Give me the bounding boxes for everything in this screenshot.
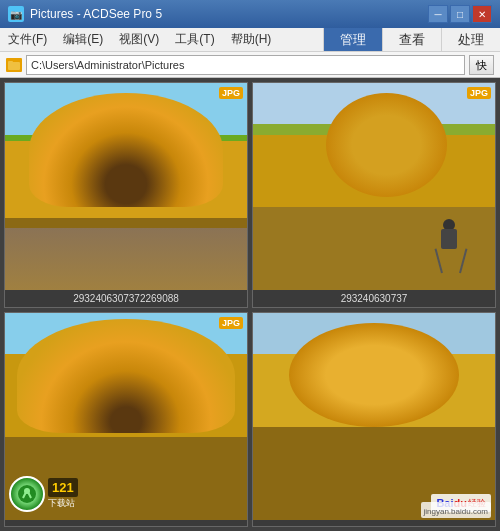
tab-process[interactable]: 处理	[441, 28, 500, 51]
window-title: Pictures - ACDSee Pro 5	[30, 7, 428, 21]
baidu-url: jingyan.baidu.com	[424, 507, 488, 516]
thumb-label-3	[5, 520, 247, 526]
app-icon: 📷	[8, 6, 24, 22]
menu-bar: 文件(F) 编辑(E) 视图(V) 工具(T) 帮助(H) 管理 查看 处理	[0, 28, 500, 52]
w121-label: 下载站	[48, 497, 75, 510]
watermark-121: 121 下载站	[9, 476, 78, 512]
jpg-badge-3: JPG	[219, 317, 243, 329]
thumb-image-4: Baidu 经验 jingyan.baidu.com	[253, 313, 495, 520]
svg-point-3	[24, 488, 30, 494]
menu-view[interactable]: 视图(V)	[111, 28, 167, 51]
thumb-label-1: 2932406307372269088	[5, 290, 247, 307]
autumn-image-4	[253, 313, 495, 520]
address-input[interactable]	[26, 55, 465, 75]
nav-tabs: 管理 查看 处理	[323, 28, 500, 51]
menu-tools[interactable]: 工具(T)	[167, 28, 222, 51]
title-bar: 📷 Pictures - ACDSee Pro 5 ─ □ ✕	[0, 0, 500, 28]
maximize-button[interactable]: □	[450, 5, 470, 23]
thumbnail-3[interactable]: JPG 121 下载站	[4, 312, 248, 527]
thumb-image-3: JPG 121 下载站	[5, 313, 247, 520]
thumb-label-2: 293240630737	[253, 290, 495, 307]
menu-edit[interactable]: 编辑(E)	[55, 28, 111, 51]
thumb-image-1: JPG	[5, 83, 247, 290]
tab-view[interactable]: 查看	[382, 28, 441, 51]
autumn-image-1	[5, 83, 247, 290]
address-go-button[interactable]: 快	[469, 55, 494, 75]
jpg-badge-2: JPG	[467, 87, 491, 99]
window-controls: ─ □ ✕	[428, 5, 492, 23]
thumb-image-2: JPG	[253, 83, 495, 290]
w121-logo-icon	[9, 476, 45, 512]
thumbnail-4[interactable]: Baidu 经验 jingyan.baidu.com	[252, 312, 496, 527]
minimize-button[interactable]: ─	[428, 5, 448, 23]
close-button[interactable]: ✕	[472, 5, 492, 23]
photographer-figure	[439, 219, 459, 259]
autumn-image-2	[253, 83, 495, 290]
jpg-badge-1: JPG	[219, 87, 243, 99]
folder-icon	[6, 58, 22, 72]
menu-help[interactable]: 帮助(H)	[223, 28, 280, 51]
w121-number: 121	[48, 478, 78, 497]
tab-manage[interactable]: 管理	[323, 28, 382, 51]
address-bar: 快	[0, 52, 500, 78]
thumbnail-1[interactable]: JPG 2932406307372269088	[4, 82, 248, 308]
thumb-label-4	[253, 520, 495, 526]
menu-file[interactable]: 文件(F)	[0, 28, 55, 51]
thumbnail-grid: JPG 2932406307372269088 JPG 293240630737…	[0, 78, 500, 531]
thumbnail-2[interactable]: JPG 293240630737	[252, 82, 496, 308]
svg-rect-1	[8, 61, 13, 64]
